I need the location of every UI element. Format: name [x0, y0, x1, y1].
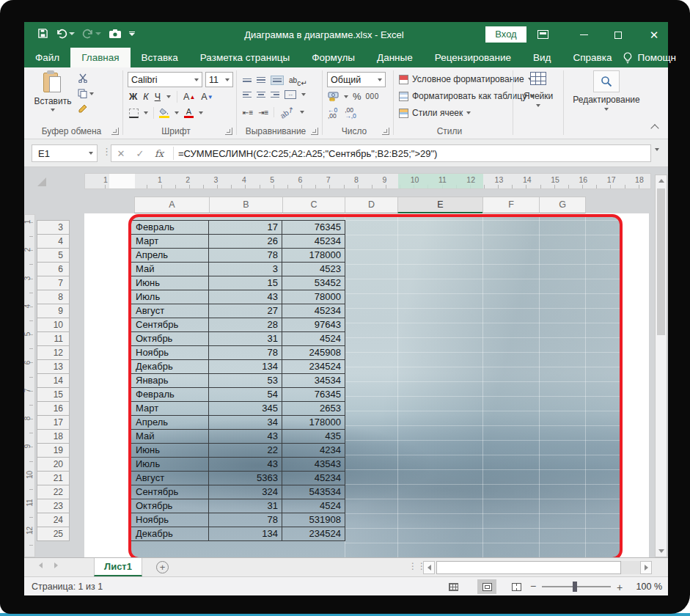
save-icon[interactable]	[37, 28, 48, 39]
tab-file[interactable]: Файл	[24, 48, 70, 67]
column-header-A[interactable]: A	[134, 197, 210, 213]
row-header-13[interactable]: 13	[37, 359, 70, 374]
tab-вид[interactable]: Вид	[522, 48, 562, 67]
paste-button[interactable]: Вставить	[34, 72, 72, 111]
zoom-in-icon[interactable]: +	[617, 582, 623, 593]
increase-decimal-icon[interactable]: ←0,00	[328, 107, 337, 119]
zoom-level[interactable]: 100 %	[627, 582, 662, 592]
column-header-F[interactable]: F	[482, 197, 540, 213]
row-header-19[interactable]: 19	[37, 443, 70, 458]
sheet-tab-list1[interactable]: Лист1	[94, 558, 142, 576]
format-painter-icon[interactable]	[78, 104, 94, 114]
wrap-text-icon[interactable]: abc↵	[289, 73, 307, 87]
merge-dropdown-icon[interactable]	[301, 93, 306, 96]
formula-text[interactable]: =СУММЕСЛИМН(C2:C25;A2:A25;"Сентябрь";B2:…	[178, 148, 437, 159]
normal-view-icon[interactable]	[444, 579, 463, 594]
tab-вставка[interactable]: Вставка	[131, 48, 189, 67]
copy-icon[interactable]	[78, 89, 87, 98]
font-color-dropdown-icon[interactable]	[199, 111, 203, 114]
scroll-up-icon[interactable]	[656, 175, 667, 186]
next-sheet-icon[interactable]	[54, 562, 58, 568]
redo-dropdown-icon[interactable]	[95, 32, 101, 35]
tab-справка[interactable]: Справка	[562, 48, 623, 67]
horizontal-scrollbar[interactable]	[423, 561, 652, 574]
comma-style-button[interactable]: 000	[366, 92, 379, 100]
sign-in-button[interactable]: Вход	[485, 26, 526, 43]
fill-color-icon[interactable]	[159, 108, 169, 118]
font-size-combo[interactable]: 11	[205, 72, 233, 87]
row-header-14[interactable]: 14	[37, 373, 70, 388]
select-all-icon[interactable]	[37, 177, 46, 186]
accounting-dropdown-icon[interactable]	[344, 95, 348, 98]
insert-function-icon[interactable]: fx	[150, 148, 169, 159]
zoom-slider-thumb[interactable]	[573, 582, 577, 592]
scroll-left-icon[interactable]	[423, 561, 435, 574]
ribbon-display-options-icon[interactable]	[537, 30, 548, 39]
row-header-4[interactable]: 4	[37, 234, 70, 249]
cancel-entry-icon[interactable]: ✕	[111, 148, 131, 159]
cell-styles-button[interactable]: Стили ячеек	[399, 108, 471, 118]
bold-button[interactable]: Ж	[129, 92, 137, 102]
column-header-E[interactable]: E	[397, 197, 483, 213]
italic-button[interactable]: К	[143, 92, 148, 102]
expand-formula-bar-icon[interactable]	[655, 148, 659, 151]
cut-icon[interactable]	[78, 73, 94, 83]
decrease-font-icon[interactable]: А▼	[201, 92, 213, 102]
align-middle-icon[interactable]	[257, 77, 265, 84]
alignment-dialog-launcher-icon[interactable]	[311, 128, 318, 135]
row-header-25[interactable]: 25	[37, 527, 70, 541]
name-box-dropdown-icon[interactable]	[89, 152, 93, 155]
row-header-12[interactable]: 12	[37, 345, 70, 360]
row-header-6[interactable]: 6	[37, 262, 70, 276]
decrease-indent-icon[interactable]: ⇤≡	[243, 109, 253, 117]
percent-style-button[interactable]: %	[353, 91, 361, 102]
minimize-button[interactable]	[571, 22, 596, 48]
row-header-23[interactable]: 23	[37, 499, 70, 513]
camera-icon[interactable]	[109, 29, 122, 39]
previous-sheet-icon[interactable]	[39, 562, 43, 568]
scroll-down-icon[interactable]	[656, 546, 667, 557]
redo-icon[interactable]	[82, 29, 94, 39]
tellme-help-tab[interactable]: Помощн	[637, 52, 676, 63]
horizontal-scroll-thumb[interactable]	[436, 561, 621, 574]
font-family-combo[interactable]: Calibri	[128, 72, 202, 87]
row-header-5[interactable]: 5	[37, 248, 70, 263]
row-header-15[interactable]: 15	[37, 387, 70, 402]
row-header-21[interactable]: 21	[37, 471, 70, 485]
align-top-icon[interactable]	[243, 78, 252, 82]
undo-dropdown-icon[interactable]	[69, 32, 75, 35]
cells-button[interactable]: Ячейки	[524, 72, 553, 107]
orientation-dropdown-icon[interactable]	[300, 111, 304, 114]
align-left-icon[interactable]	[243, 92, 252, 98]
decrease-decimal-icon[interactable]: ,00→,0	[345, 107, 356, 119]
row-header-24[interactable]: 24	[37, 513, 70, 527]
page-break-view-icon[interactable]	[507, 579, 526, 594]
borders-dropdown-icon[interactable]	[144, 111, 148, 114]
scroll-right-icon[interactable]	[640, 561, 652, 574]
customize-qat-icon[interactable]	[129, 32, 135, 36]
page-layout-view-icon[interactable]	[477, 579, 496, 594]
editing-button[interactable]: Редактирование	[573, 70, 640, 111]
accounting-format-icon[interactable]	[328, 92, 340, 101]
merge-center-icon[interactable]: ↔	[285, 90, 296, 99]
row-header-10[interactable]: 10	[37, 318, 70, 332]
number-dialog-launcher-icon[interactable]	[382, 128, 389, 135]
underline-button[interactable]: Ч	[155, 92, 161, 102]
row-header-7[interactable]: 7	[37, 276, 70, 290]
vertical-scroll-thumb[interactable]	[657, 188, 665, 335]
confirm-entry-icon[interactable]: ✓	[131, 148, 150, 159]
copy-dropdown-icon[interactable]	[89, 92, 94, 95]
tab-рецензирование[interactable]: Рецензирование	[424, 48, 522, 67]
orientation-icon[interactable]: ab↗	[279, 104, 296, 120]
row-header-20[interactable]: 20	[37, 457, 70, 472]
tab-главная[interactable]: Главная	[70, 48, 130, 67]
column-header-C[interactable]: C	[282, 197, 345, 213]
font-dialog-launcher-icon[interactable]	[225, 128, 232, 135]
align-center-icon[interactable]	[257, 92, 265, 98]
number-format-combo[interactable]: Общий	[327, 72, 386, 87]
column-header-G[interactable]: G	[539, 197, 586, 213]
row-header-17[interactable]: 17	[37, 415, 70, 430]
vertical-scrollbar[interactable]	[655, 175, 667, 557]
increase-font-icon[interactable]: А▲	[183, 92, 195, 102]
maximize-button[interactable]	[606, 22, 631, 48]
